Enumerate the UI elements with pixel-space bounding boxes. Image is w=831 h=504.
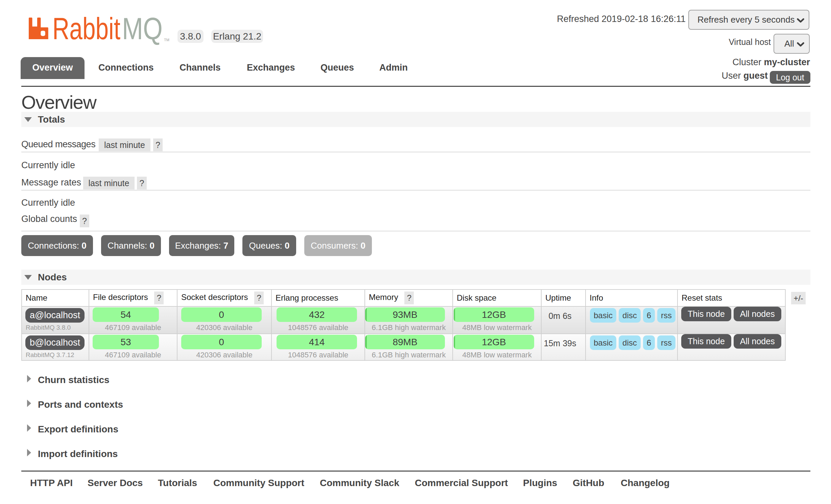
svg-text:Rabbit: Rabbit xyxy=(52,15,120,46)
svg-text:MQ: MQ xyxy=(122,15,163,46)
svg-text:TM: TM xyxy=(164,38,169,42)
